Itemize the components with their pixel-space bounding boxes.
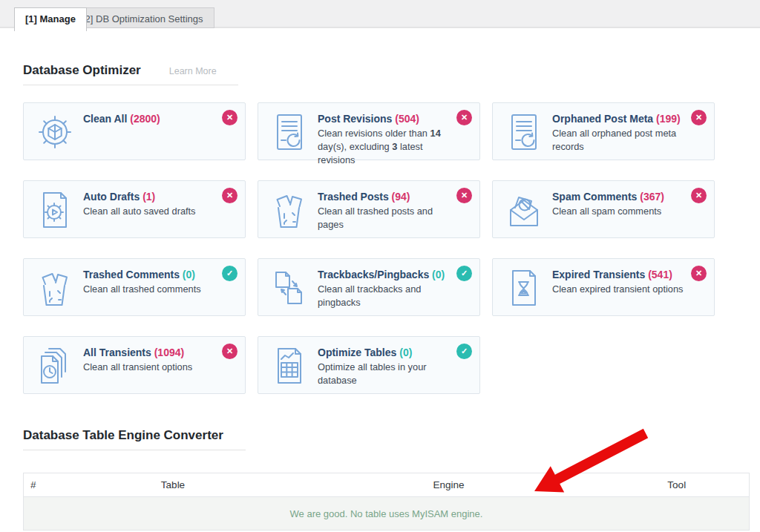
card-text: Trackbacks/Pingbacks (0) Clean all track… (318, 269, 479, 309)
card-text: Expired Transients (541) Clean expired t… (552, 269, 708, 296)
converter-section-header: Database Table Engine Converter (23, 428, 246, 450)
card-count: (1094) (154, 347, 184, 358)
card-title: Trashed Comments (0) (83, 269, 201, 280)
page-table-chart-icon (270, 345, 309, 387)
card-text: Trashed Posts (94) Clean all trashed pos… (318, 191, 479, 231)
empty-state-message: We are good. No table uses MyISAM engine… (24, 497, 750, 531)
card-text: Auto Drafts (1) Clean all auto saved dra… (83, 191, 221, 218)
card-description: Clean all orphaned post meta records (552, 127, 689, 154)
card-clean-all[interactable]: Clean All (2800) ✕ (23, 102, 246, 160)
status-x-badge[interactable]: ✕ (222, 110, 238, 125)
card-title-label: Trashed Comments (83, 269, 180, 280)
card-count: (94) (392, 191, 410, 203)
trash-papers-icon (270, 189, 309, 231)
card-title-label: Expired Transients (552, 269, 645, 280)
card-title-label: Optimize Tables (318, 347, 396, 358)
card-title: Trashed Posts (94) (318, 191, 454, 203)
card-description: Clean all trackbacks and pingbacks (318, 283, 454, 309)
desc-part: day(s), excluding (318, 141, 392, 152)
status-x-badge[interactable]: ✕ (456, 110, 472, 125)
card-count: (0) (183, 269, 195, 280)
optimizer-cards-grid: Clean All (2800) ✕ Post Revisions (504) (23, 102, 760, 394)
card-title: Auto Drafts (1) (83, 191, 196, 203)
card-title: Trackbacks/Pingbacks (0) (318, 269, 454, 280)
column-tool: Tool (605, 473, 750, 497)
card-all-transients[interactable]: All Transients (1094) Clean all transien… (23, 336, 246, 394)
card-title: All Transients (1094) (83, 347, 192, 358)
card-title: Post Revisions (504) (318, 113, 454, 125)
card-count: (0) (399, 347, 412, 358)
card-description: Clean all trashed posts and pages (318, 205, 454, 231)
card-description: Clean all spam comments (552, 205, 664, 218)
table-empty-row: We are good. No table uses MyISAM engine… (24, 497, 750, 531)
card-description: Clean all auto saved drafts (83, 205, 196, 218)
engine-converter-table: # Table Engine Tool We are good. No tabl… (23, 473, 750, 531)
status-x-badge[interactable]: ✕ (691, 188, 707, 203)
status-check-badge[interactable]: ✓ (456, 266, 472, 281)
card-title: Spam Comments (367) (552, 191, 664, 203)
card-optimize-tables[interactable]: Optimize Tables (0) Optimize all tables … (258, 336, 480, 394)
status-check-badge[interactable]: ✓ (222, 266, 238, 281)
card-title: Orphaned Post Meta (199) (552, 113, 689, 125)
card-text: Spam Comments (367) Clean all spam comme… (552, 191, 689, 218)
column-engine: Engine (293, 473, 605, 497)
column-table: Table (53, 473, 293, 497)
card-description: Clean revisions older than 14 day(s), ex… (318, 127, 454, 167)
card-description: Clean all trashed comments (83, 283, 201, 296)
pages-exchange-icon (270, 267, 309, 309)
card-description: Clean all transient options (83, 361, 192, 374)
status-x-badge[interactable]: ✕ (456, 188, 472, 203)
card-spam-comments[interactable]: Spam Comments (367) Clean all spam comme… (492, 180, 715, 238)
learn-more-link[interactable]: Learn More (169, 66, 217, 76)
card-text: Trashed Comments (0) Clean all trashed c… (83, 269, 226, 296)
card-count: (199) (656, 113, 681, 125)
tab-bar: [1] Manage [2] DB Optimization Settings (0, 0, 760, 28)
card-trashed-comments[interactable]: Trashed Comments (0) Clean all trashed c… (23, 258, 246, 316)
card-count: (0) (432, 269, 445, 280)
card-title: Optimize Tables (0) (318, 347, 454, 358)
card-expired-transients[interactable]: Expired Transients (541) Clean expired t… (492, 258, 715, 316)
card-title-label: Post Revisions (318, 113, 392, 125)
desc-days-value: 14 (430, 128, 441, 139)
table-header-row: # Table Engine Tool (24, 473, 750, 497)
card-count: (504) (395, 113, 419, 125)
trash-papers-icon (36, 267, 74, 309)
status-check-badge[interactable]: ✓ (456, 344, 472, 359)
pages-clock-icon (36, 345, 74, 387)
status-x-badge[interactable]: ✕ (222, 344, 238, 359)
card-count: (2800) (130, 113, 160, 125)
card-auto-drafts[interactable]: Auto Drafts (1) Clean all auto saved dra… (23, 180, 246, 238)
card-count: (541) (648, 269, 672, 280)
card-title-label: Orphaned Post Meta (552, 113, 653, 125)
document-refresh-icon (270, 111, 309, 153)
status-x-badge[interactable]: ✕ (691, 266, 707, 281)
card-count: (367) (640, 191, 664, 203)
card-title-label: All Transients (83, 347, 151, 358)
card-title: Expired Transients (541) (552, 269, 683, 280)
card-description: Clean expired transient options (552, 283, 683, 296)
tab-manage[interactable]: [1] Manage (14, 7, 87, 31)
card-trackbacks-pingbacks[interactable]: Trackbacks/Pingbacks (0) Clean all track… (258, 258, 480, 316)
card-post-revisions[interactable]: Post Revisions (504) Clean revisions old… (258, 102, 480, 160)
card-title-label: Trashed Posts (318, 191, 389, 203)
card-title-label: Auto Drafts (83, 191, 140, 203)
converter-heading: Database Table Engine Converter (23, 428, 223, 443)
page-gear-icon (36, 189, 74, 231)
page-hourglass-icon (505, 267, 543, 309)
card-title-label: Spam Comments (552, 191, 637, 203)
card-text: Post Revisions (504) Clean revisions old… (318, 113, 479, 167)
status-x-badge[interactable]: ✕ (222, 188, 238, 203)
tab-db-optimization-settings[interactable]: [2] DB Optimization Settings (71, 7, 214, 28)
card-text: Orphaned Post Meta (199) Clean all orpha… (552, 113, 714, 154)
status-x-badge[interactable]: ✕ (691, 110, 707, 125)
db-optimizer-page: [1] Manage [2] DB Optimization Settings … (0, 0, 760, 532)
desc-part: Clean revisions older than (318, 128, 430, 139)
card-text: Optimize Tables (0) Optimize all tables … (318, 347, 479, 387)
optimizer-heading: Database Optimizer (23, 63, 141, 78)
card-title-label: Trackbacks/Pingbacks (318, 269, 429, 280)
card-trashed-posts[interactable]: Trashed Posts (94) Clean all trashed pos… (258, 180, 480, 238)
optimizer-section-header: Database Optimizer Learn More (23, 63, 238, 85)
card-orphaned-post-meta[interactable]: Orphaned Post Meta (199) Clean all orpha… (492, 102, 715, 160)
document-refresh-icon (505, 111, 543, 153)
envelope-spam-icon (505, 189, 543, 231)
